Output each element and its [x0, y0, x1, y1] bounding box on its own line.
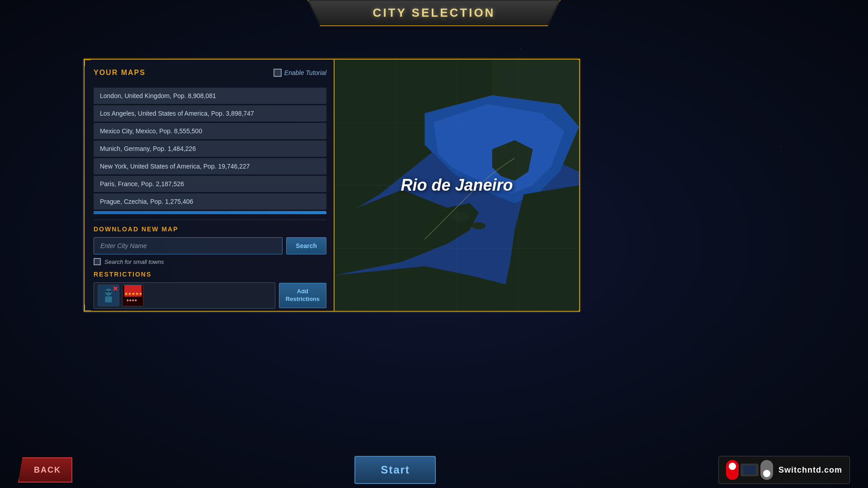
switch-badge: Switchntd.com: [718, 456, 850, 484]
restrictions-row: ★★★★★ ★★★★ Add Restrictions: [94, 282, 326, 309]
svg-rect-3: [105, 291, 108, 292]
enable-tutorial-container: Enable Tutorial: [274, 69, 326, 77]
small-towns-label: Search for small towns: [104, 258, 164, 265]
small-towns-checkbox[interactable]: [94, 258, 101, 265]
svg-point-14: [472, 222, 486, 230]
page-title: CITY SELECTION: [373, 6, 495, 20]
city-item-rio[interactable]: Rio de Janeiro, Brazil, Pop. 6,429,923: [94, 211, 326, 214]
right-panel: Rio de Janeiro: [334, 60, 579, 311]
city-item-paris[interactable]: Paris, France, Pop. 2,187,526: [94, 176, 326, 192]
city-item-munich[interactable]: Munich, Germany, Pop. 1,484,226: [94, 141, 326, 157]
enable-tutorial-checkbox[interactable]: [274, 69, 282, 77]
map-container: Rio de Janeiro: [335, 60, 579, 311]
enable-tutorial-label[interactable]: Enable Tutorial: [284, 69, 326, 76]
city-list: London, United Kingdom, Pop. 8,908,081Lo…: [94, 88, 326, 214]
panel-divider: [94, 220, 326, 220]
restrictions-slots: ★★★★★ ★★★★: [94, 282, 275, 309]
your-maps-label: YOUR MAPS: [94, 69, 146, 77]
add-restrictions-button[interactable]: Add Restrictions: [279, 283, 326, 308]
svg-text:★★★★★: ★★★★★: [124, 291, 142, 296]
city-item-los-angeles[interactable]: Los Angeles, United States of America, P…: [94, 105, 326, 122]
svg-point-13: [452, 211, 470, 222]
city-item-london[interactable]: London, United Kingdom, Pop. 8,908,081: [94, 88, 326, 104]
small-towns-row: Search for small towns: [94, 258, 326, 265]
city-name-input[interactable]: [94, 237, 283, 254]
svg-rect-4: [109, 291, 112, 292]
rating-icon: ★★★★★ ★★★★: [123, 285, 143, 304]
city-item-prague[interactable]: Prague, Czechia, Pop. 1,275,406: [94, 193, 326, 210]
map-svg: [335, 60, 579, 311]
svg-rect-2: [105, 296, 112, 302]
restriction-icon-rating[interactable]: ★★★★★ ★★★★: [122, 285, 144, 306]
restriction-icon-agent[interactable]: [98, 285, 119, 306]
download-label: DOWNLOAD NEW MAP: [94, 225, 326, 233]
switch-badge-text: Switchntd.com: [778, 465, 842, 475]
main-panel: YOUR MAPS Enable Tutorial London, United…: [84, 59, 580, 312]
start-button[interactable]: Start: [354, 456, 436, 484]
city-list-container[interactable]: London, United Kingdom, Pop. 8,908,081Lo…: [94, 88, 326, 214]
left-panel: YOUR MAPS Enable Tutorial London, United…: [85, 60, 335, 311]
bottom-bar: BACK Start Switchntd.com: [0, 452, 868, 488]
search-row: Search: [94, 237, 326, 254]
agent-icon: [98, 285, 119, 306]
back-button[interactable]: BACK: [18, 457, 72, 483]
title-bar: CITY SELECTION: [307, 0, 561, 26]
restrictions-label: RESTRICTIONS: [94, 271, 326, 278]
city-item-new-york[interactable]: New York, United States of America, Pop.…: [94, 158, 326, 174]
svg-text:★★★★: ★★★★: [126, 299, 137, 302]
search-button[interactable]: Search: [286, 237, 326, 254]
city-item-mexico-city[interactable]: Mexico City, Mexico, Pop. 8,555,500: [94, 123, 326, 139]
